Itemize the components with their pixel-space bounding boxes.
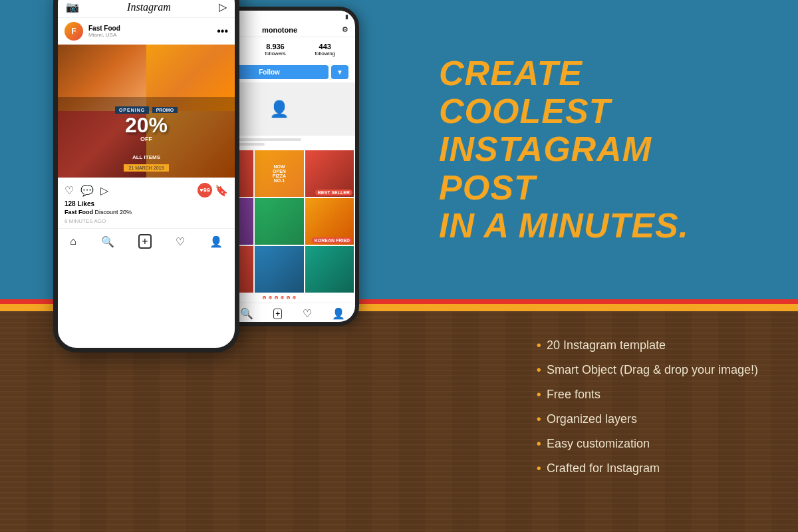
dot-5: ♥	[287, 296, 290, 299]
avatar: F	[65, 22, 83, 41]
promo-label: OPENING	[115, 106, 149, 114]
post-header: F Fast Food Miami, USA •••	[58, 18, 235, 45]
more-icon[interactable]: •••	[217, 25, 228, 37]
post-actions: ♡ 💬 ▷ ♥ 99 🔖	[58, 178, 235, 200]
bullet-5: •	[537, 436, 541, 452]
profile-placeholder-icon: 👤	[269, 100, 289, 118]
feature-text-5: Easy customization	[547, 437, 650, 451]
notification-count: 99	[203, 187, 210, 194]
top-section: CREATE COOLEST INSTAGRAM POST IN A MINUT…	[0, 0, 798, 299]
bullet-1: •	[537, 338, 541, 353]
feature-item-3: • Free fonts	[537, 387, 758, 402]
headline-line3: IN A MINUTES.	[439, 207, 758, 245]
phone-front: ●●●●● Orange 4:20 ▮ 📷 Instagram ▷ F Fast…	[53, 0, 239, 352]
bookmark-icon[interactable]: 🔖	[215, 184, 228, 197]
feature-text-3: Free fonts	[547, 388, 600, 402]
camera-icon[interactable]: 📷	[66, 1, 79, 13]
caption-username: Fast Food	[65, 209, 93, 215]
following-label: following	[315, 51, 335, 57]
feature-text-2: Smart Object (Drag & drop your image!)	[547, 363, 758, 377]
promo-items: ALL ITEMS	[63, 154, 229, 160]
actions-right: ♥ 99 🔖	[198, 183, 228, 198]
search-nav-icon[interactable]: 🔍	[101, 235, 114, 248]
comment-icon[interactable]: 💬	[80, 184, 94, 197]
promo-percent: 20%	[63, 114, 229, 136]
post-time: 8 MINUTES AGO	[58, 217, 235, 225]
share-icon[interactable]: ▷	[100, 184, 108, 197]
back-search-icon[interactable]: 🔍	[240, 307, 253, 320]
grid-item-9	[305, 246, 354, 293]
post-location: Miami, USA	[88, 32, 217, 38]
dot-4: 99	[281, 296, 284, 299]
bullet-4: •	[537, 412, 541, 427]
grid-item-6: KOREAN FRIED	[305, 198, 354, 245]
post-username: Fast Food	[88, 25, 217, 32]
headline-line1: CREATE COOLEST	[439, 55, 758, 130]
feature-text-4: Organized layers	[547, 412, 637, 426]
notification-badge: ♥ 99	[198, 183, 212, 198]
profile-nav-icon[interactable]: 👤	[209, 235, 223, 248]
post-image: OPENING PROMO 20% OFF ALL ITEMS 21 MARCH…	[58, 45, 235, 178]
post-user-info: Fast Food Miami, USA	[88, 25, 217, 38]
post-caption: Fast Food Discount 20%	[58, 207, 235, 217]
post-actions-left: ♡ 💬 ▷	[65, 184, 108, 197]
back-profile-icon[interactable]: 👤	[332, 307, 345, 320]
back-add-icon[interactable]: +	[273, 309, 282, 319]
add-nav-icon[interactable]: +	[138, 234, 151, 249]
bullet-2: •	[537, 362, 541, 378]
follow-dropdown[interactable]: ▼	[331, 65, 348, 79]
headline: CREATE COOLEST INSTAGRAM POST IN A MINUT…	[439, 55, 758, 245]
feature-item-2: • Smart Object (Drag & drop your image!)	[537, 362, 758, 378]
post-likes: 128 Likes	[58, 200, 235, 207]
profile-name: monotone	[262, 26, 297, 34]
promo-sub: PROMO	[152, 107, 178, 113]
instagram-header: 📷 Instagram ▷	[58, 0, 235, 18]
followers-count: 8.936	[265, 43, 286, 51]
feature-item-4: • Organized layers	[537, 412, 758, 427]
page-wrapper: CREATE COOLEST INSTAGRAM POST IN A MINUT…	[0, 0, 798, 532]
home-nav-icon[interactable]: ⌂	[70, 235, 76, 247]
phones-container: ●●●●● Orange 4:20 ▮ 📷 Instagram ▷ F Fast…	[53, 0, 239, 352]
front-bottom-nav: ⌂ 🔍 + ♡ 👤	[58, 228, 235, 254]
settings-icon[interactable]: ⚙	[342, 25, 348, 34]
bullet-3: •	[537, 387, 541, 402]
promo-overlay: OPENING PROMO 20% OFF ALL ITEMS 21 MARCH…	[58, 97, 235, 178]
feature-text-1: 20 Instagram template	[547, 338, 666, 352]
dot-3: ♥	[275, 296, 278, 299]
like-icon[interactable]: ♡	[65, 184, 74, 197]
heart-nav-icon[interactable]: ♡	[176, 235, 185, 248]
dot-2: 99	[269, 296, 272, 299]
grid-item-3: BEST SELLER	[305, 150, 354, 197]
features-list: • 20 Instagram template • Smart Object (…	[537, 338, 758, 485]
feature-item-5: • Easy customization	[537, 436, 758, 452]
stat-following: 443 following	[315, 43, 335, 57]
bullet-6: •	[537, 461, 541, 476]
send-icon[interactable]: ▷	[219, 1, 227, 13]
instagram-title: Instagram	[127, 1, 171, 13]
headline-line2: INSTAGRAM POST	[439, 130, 758, 206]
promo-date: 21 MARCH 2019	[124, 164, 170, 172]
feature-item-6: • Crafted for Instagram	[537, 461, 758, 476]
followers-label: followers	[265, 51, 286, 57]
back-battery: ▮	[345, 13, 348, 20]
dot-1: ♥	[263, 296, 266, 299]
dot-6: 99	[293, 296, 296, 299]
right-content: CREATE COOLEST INSTAGRAM POST IN A MINUT…	[439, 55, 758, 245]
promo-off: OFF	[63, 136, 229, 142]
grid-item-5	[255, 198, 303, 245]
feature-text-6: Crafted for Instagram	[547, 462, 660, 475]
following-count: 443	[315, 43, 335, 51]
feature-item-1: • 20 Instagram template	[537, 338, 758, 353]
grid-item-2: NOW OPENPIZZA NO.1	[255, 150, 303, 197]
stat-followers: 8.936 followers	[265, 43, 286, 57]
back-heart-icon[interactable]: ♡	[303, 307, 312, 320]
grid-item-8	[255, 246, 303, 293]
caption-text: Discount 20%	[95, 209, 132, 215]
